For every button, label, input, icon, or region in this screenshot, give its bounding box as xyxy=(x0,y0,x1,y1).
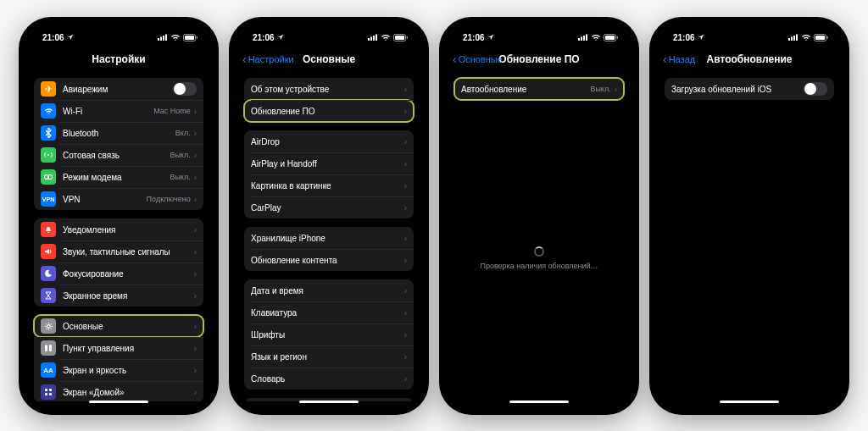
chevron-right-icon: › xyxy=(404,107,407,116)
wifi-icon xyxy=(801,34,811,41)
phone-general: 21:06 ‹ Настройки Основные Об этом устро… xyxy=(229,17,429,415)
row-dictionary[interactable]: Словарь› xyxy=(244,367,414,390)
vpn-icon: VPN xyxy=(41,191,56,207)
row-carplay[interactable]: CarPlay› xyxy=(244,196,414,218)
row-label: Wi-Fi xyxy=(63,107,153,116)
row-date[interactable]: Дата и время› xyxy=(244,279,414,301)
row-download-ios[interactable]: Загрузка обновлений iOS xyxy=(665,78,834,100)
svg-rect-29 xyxy=(395,36,404,40)
row-label: Обновление контента xyxy=(251,256,404,265)
back-label: Настройки xyxy=(248,54,294,64)
row-background-refresh[interactable]: Обновление контента› xyxy=(244,249,414,271)
general-list[interactable]: Об этом устройстве › Обновление ПО › Air… xyxy=(237,73,420,401)
row-hotspot[interactable]: Режим модема Выкл. › xyxy=(34,166,203,188)
auto-update-content: Загрузка обновлений iOS xyxy=(658,73,841,401)
row-auto-update[interactable]: Автообновление Выкл. › xyxy=(454,78,624,100)
row-fonts[interactable]: Шрифты› xyxy=(244,323,414,345)
phone-settings: 21:06 Настройки ✈︎ Авиарежим Wi xyxy=(19,17,219,415)
home-indicator[interactable] xyxy=(299,401,359,403)
home-indicator[interactable] xyxy=(89,401,148,403)
navbar: ‹ Настройки Основные xyxy=(237,49,420,73)
svg-rect-13 xyxy=(45,389,47,391)
row-homescreen[interactable]: Экран «Домой» › xyxy=(34,381,203,401)
row-focus[interactable]: Фокусирование › xyxy=(34,262,203,285)
home-indicator[interactable] xyxy=(509,401,569,403)
row-bluetooth[interactable]: Bluetooth Вкл. › xyxy=(34,122,203,144)
svg-rect-1 xyxy=(160,37,162,41)
row-detail: Выкл. xyxy=(170,151,190,159)
row-label: Шрифты xyxy=(251,330,404,340)
chevron-right-icon: › xyxy=(194,344,197,353)
chevron-right-icon: › xyxy=(194,269,197,279)
wifi-icon xyxy=(381,34,391,41)
row-label: Экран «Домой» xyxy=(63,388,194,397)
row-airplay[interactable]: AirPlay и Handoff› xyxy=(244,152,414,174)
row-keyboard[interactable]: Клавиатура› xyxy=(244,301,414,323)
row-language[interactable]: Язык и регион› xyxy=(244,345,414,367)
row-airplane[interactable]: ✈︎ Авиарежим xyxy=(34,78,203,100)
page-title: Настройки xyxy=(92,53,145,65)
svg-rect-11 xyxy=(45,345,47,351)
wifi-icon xyxy=(170,34,181,41)
airplane-icon: ✈︎ xyxy=(41,81,56,97)
signal-icon xyxy=(368,34,378,41)
chevron-right-icon: › xyxy=(404,256,407,265)
row-wifi[interactable]: Wi-Fi Mac Home › xyxy=(34,100,203,122)
row-label: Сотовая связь xyxy=(63,151,170,160)
signal-icon xyxy=(158,34,168,41)
row-display[interactable]: AA Экран и яркость › xyxy=(34,359,203,381)
svg-point-10 xyxy=(47,324,50,328)
chevron-right-icon: › xyxy=(404,159,407,169)
location-icon xyxy=(698,34,704,41)
page-title: Обновление ПО xyxy=(498,53,579,65)
svg-rect-40 xyxy=(793,36,795,41)
row-airdrop[interactable]: AirDrop› xyxy=(244,130,414,152)
download-toggle[interactable] xyxy=(804,82,827,96)
row-sounds[interactable]: Звуки, тактильные сигналы › xyxy=(34,240,203,262)
row-notifications[interactable]: Уведомления › xyxy=(34,218,203,240)
notch xyxy=(709,25,790,41)
svg-rect-6 xyxy=(197,36,198,39)
spinner-icon xyxy=(534,246,544,257)
row-detail: Выкл. xyxy=(170,173,190,181)
settings-list[interactable]: ✈︎ Авиарежим Wi-Fi Mac Home › Bluetooth … xyxy=(27,73,210,401)
status-time: 21:06 xyxy=(463,33,485,42)
svg-rect-37 xyxy=(617,36,619,39)
back-button[interactable]: ‹ Настройки xyxy=(242,53,294,65)
row-label: Язык и регион xyxy=(251,352,404,362)
chevron-left-icon: ‹ xyxy=(453,53,457,65)
battery-icon xyxy=(604,34,619,41)
back-button[interactable]: ‹ Назад xyxy=(663,53,695,65)
row-about[interactable]: Об этом устройстве › xyxy=(244,78,414,100)
row-general[interactable]: Основные › xyxy=(34,315,203,337)
airplane-toggle[interactable] xyxy=(173,82,197,96)
row-label: Дата и время xyxy=(251,286,404,296)
row-pip[interactable]: Картинка в картинке› xyxy=(244,174,414,196)
back-button[interactable]: ‹ Основные xyxy=(453,53,503,65)
svg-rect-0 xyxy=(158,38,159,41)
row-screentime[interactable]: Экранное время › xyxy=(34,285,203,307)
svg-rect-30 xyxy=(407,36,409,39)
svg-rect-36 xyxy=(605,36,615,40)
row-control-center[interactable]: Пункт управления › xyxy=(34,337,203,359)
row-storage[interactable]: Хранилище iPhone› xyxy=(244,227,414,249)
battery-icon xyxy=(183,34,198,41)
row-detail: Выкл. xyxy=(590,85,610,93)
row-label: Уведомления xyxy=(63,225,194,235)
chevron-right-icon: › xyxy=(615,85,617,94)
chevron-right-icon: › xyxy=(404,374,407,384)
row-label: Экран и яркость xyxy=(63,366,194,375)
notch xyxy=(499,25,580,41)
svg-rect-24 xyxy=(368,38,370,41)
svg-rect-32 xyxy=(581,37,582,41)
notch xyxy=(79,25,159,41)
status-time: 21:06 xyxy=(42,33,64,42)
home-indicator[interactable] xyxy=(720,401,779,403)
row-cellular[interactable]: Сотовая связь Выкл. › xyxy=(34,144,203,166)
location-icon xyxy=(67,34,74,41)
row-software-update[interactable]: Обновление ПО › xyxy=(244,100,414,122)
row-vpn[interactable]: VPN VPN Подключено › xyxy=(34,188,203,210)
row-detail: Подключено xyxy=(147,195,191,203)
chevron-right-icon: › xyxy=(194,173,197,182)
row-label: Автообновление xyxy=(461,85,590,94)
